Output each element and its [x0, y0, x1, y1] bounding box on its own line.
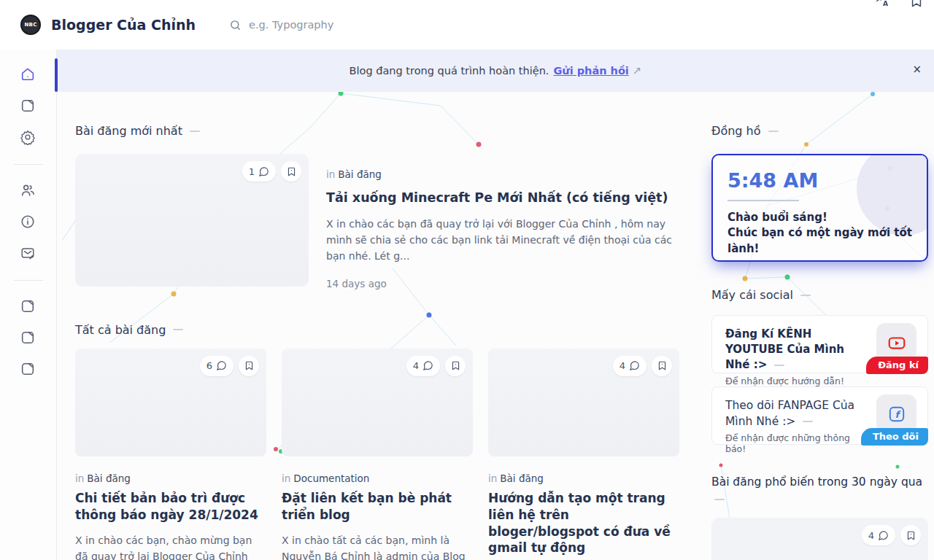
- post-title[interactable]: Chi tiết bản bảo trì được thông báo ngày…: [75, 490, 266, 524]
- youtube-title-text: Đăng Kí KÊNH YOUTUBE Của Mình Nhé :>: [725, 327, 844, 371]
- post-excerpt: X in chào các bạn, chào mừng bạn đã quay…: [75, 532, 266, 560]
- header-actions: A: [876, 0, 924, 9]
- post-category-line: inDocumentation: [282, 472, 473, 484]
- all-posts-heading-row: Tất cả bài đăng: [75, 323, 682, 337]
- info-icon: [20, 214, 36, 230]
- posts-column: Bài đăng mới nhất 1 inBài đăng: [75, 124, 682, 560]
- heading-dash: [774, 365, 784, 366]
- post-category[interactable]: Bài đăng: [87, 472, 131, 484]
- post-thumbnail[interactable]: 4: [488, 349, 679, 456]
- banner-close-button[interactable]: ×: [912, 64, 922, 75]
- sidebar-item-page-1[interactable]: [20, 298, 37, 316]
- comment-count-badge[interactable]: 4: [862, 525, 895, 545]
- bookmark-post-button[interactable]: [281, 161, 301, 182]
- comment-icon: [878, 530, 889, 541]
- feedback-link[interactable]: Gửi phản hồi: [553, 65, 628, 77]
- post-title[interactable]: Hướng dẫn tạo một trang liên hệ trên blo…: [488, 490, 679, 557]
- clock-heading: Đồng hồ: [711, 124, 761, 138]
- clock-divider: [727, 200, 799, 201]
- heading-dash: [803, 421, 813, 422]
- youtube-card-subtitle: Để nhận được hướng dẫn!: [725, 376, 865, 386]
- post-category[interactable]: Bài đăng: [500, 472, 544, 484]
- post-thumbnail[interactable]: 6: [75, 349, 266, 456]
- post-title[interactable]: Tải xuống Minecraft Pe Mới Nhất (có tiến…: [326, 189, 682, 207]
- clock-greeting: Chào buổi sáng! Chúc bạn có một ngày mới…: [727, 210, 912, 257]
- post-card[interactable]: 4 inDocumentation Đặt liên kết bạn bè ph…: [282, 349, 473, 560]
- thumbnail-badges: 4: [613, 356, 672, 376]
- post-card[interactable]: 4 inBài đăng Hướng dẫn tạo một trang liê…: [488, 349, 679, 560]
- left-sidebar: [0, 50, 57, 560]
- sidebar-item-contact[interactable]: [20, 245, 37, 262]
- featured-post-thumbnail[interactable]: 1: [75, 154, 309, 287]
- youtube-card[interactable]: Đăng Kí KÊNH YOUTUBE Của Mình Nhé :> Để …: [711, 315, 928, 373]
- category-prefix: in: [488, 472, 497, 484]
- heading-dash: [173, 329, 183, 330]
- heading-dash: [768, 131, 779, 132]
- social-heading: Mấy cái social: [711, 288, 793, 302]
- translate-icon[interactable]: A: [876, 0, 890, 9]
- sidebar-item-home[interactable]: [20, 66, 37, 84]
- facebook-title-text: Theo dõi FANPAGE Của Mình Nhé :>: [725, 399, 854, 428]
- category-prefix: in: [282, 472, 290, 484]
- thumbnail-badges: 6: [200, 356, 259, 376]
- post-card[interactable]: 6 inBài đăng Chi tiết bản bảo trì được t…: [75, 349, 266, 560]
- comment-count: 1: [249, 166, 255, 177]
- external-link-icon: ↗: [633, 64, 642, 77]
- heading-dash: [714, 499, 725, 500]
- comment-icon: [216, 360, 227, 371]
- bookmark-post-button[interactable]: [900, 525, 921, 545]
- post-category[interactable]: Documentation: [293, 472, 369, 484]
- heading-dash: [190, 131, 200, 132]
- document-icon: [20, 98, 36, 114]
- post-excerpt: X in chào các bạn đã quay trở lại với Bl…: [326, 216, 682, 265]
- sidebar-item-settings[interactable]: [20, 129, 37, 147]
- comment-count: 6: [207, 360, 212, 371]
- banner-message: Blog đang trong quá trình hoàn thiện.: [350, 65, 549, 77]
- bookmark-icon[interactable]: [909, 0, 924, 9]
- post-category[interactable]: Bài đăng: [338, 168, 382, 180]
- comment-count-badge[interactable]: 4: [406, 356, 440, 376]
- search-box[interactable]: [229, 19, 395, 31]
- sidebar-divider: [14, 164, 43, 165]
- post-category-line: inBài đăng: [488, 472, 679, 484]
- post-category-line: inBài đăng: [326, 168, 682, 180]
- comment-count: 4: [868, 530, 874, 541]
- comment-count-badge[interactable]: 1: [242, 161, 276, 182]
- comment-icon: [258, 166, 269, 177]
- follow-button[interactable]: Theo dõi: [861, 428, 928, 446]
- svg-text:f: f: [895, 408, 901, 419]
- sidebar-item-page-3[interactable]: [20, 361, 37, 378]
- site-title[interactable]: Blogger Của Chỉnh: [51, 17, 196, 33]
- bookmark-post-button[interactable]: [239, 356, 259, 376]
- facebook-card[interactable]: Theo dõi FANPAGE Của Mình Nhé :> Để nhận…: [711, 386, 928, 445]
- subscribe-button[interactable]: Đăng kí: [866, 357, 928, 374]
- home-icon: [20, 66, 36, 82]
- bookmark-icon: [450, 360, 461, 371]
- comment-count-badge[interactable]: 4: [613, 356, 647, 376]
- svg-text:A: A: [883, 0, 889, 7]
- featured-post-body: inBài đăng Tải xuống Minecraft Pe Mới Nh…: [326, 154, 682, 289]
- post-category-line: inBài đăng: [75, 472, 266, 484]
- thumbnail-badges: 4: [862, 525, 921, 545]
- users-icon: [20, 182, 36, 198]
- bookmark-icon: [286, 166, 297, 177]
- bookmark-icon: [657, 360, 668, 371]
- social-section: Mấy cái social Đăng Kí KÊNH YOUTUBE Của …: [711, 288, 928, 445]
- comment-count-badge[interactable]: 6: [200, 356, 234, 376]
- search-input[interactable]: [249, 19, 395, 31]
- post-title[interactable]: Đặt liên kết bạn bè phát triển blog: [282, 490, 473, 524]
- sidebar-item-posts[interactable]: [20, 98, 37, 115]
- popular-post-card[interactable]: 4: [711, 518, 928, 560]
- bookmark-post-button[interactable]: [445, 356, 466, 376]
- widgets-column: Đồng hồ 5:48 AM Chào buổi sáng! Chúc bạn…: [711, 124, 928, 560]
- site-logo[interactable]: NBC: [20, 15, 41, 35]
- thumbnail-badges: 4: [406, 356, 466, 376]
- social-heading-row: Mấy cái social: [711, 288, 928, 302]
- sidebar-item-about[interactable]: [20, 214, 37, 231]
- post-thumbnail[interactable]: 4: [282, 349, 473, 456]
- featured-post[interactable]: 1 inBài đăng Tải xuống Minecraft Pe Mới …: [75, 154, 682, 289]
- bookmark-post-button[interactable]: [652, 356, 672, 376]
- post-excerpt: X in chào tất cả các bạn, mình là Nguyễn…: [282, 532, 473, 560]
- sidebar-item-members[interactable]: [20, 182, 37, 200]
- sidebar-item-page-2[interactable]: [20, 330, 37, 347]
